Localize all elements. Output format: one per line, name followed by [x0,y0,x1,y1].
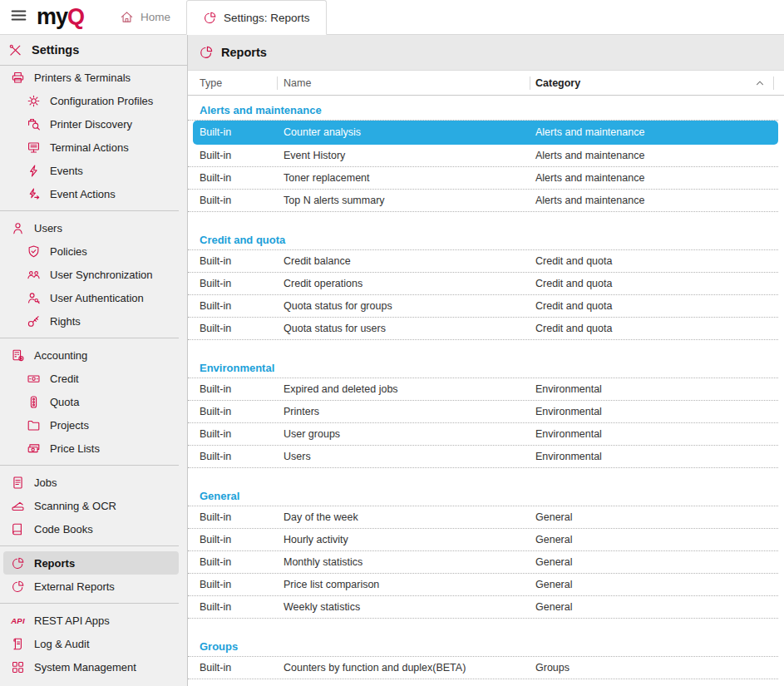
table-row-users[interactable]: Built-inUsersEnvironmental [188,446,778,468]
cell-name: Quota status for groups [284,300,535,312]
sidebar-item-rest-api-apps[interactable]: APIREST API Apps [3,609,179,632]
sidebar-item-jobs[interactable]: Jobs [3,471,179,494]
table-row-credit-operations[interactable]: Built-inCredit operationsCredit and quot… [188,273,778,295]
sidebar-item-quota[interactable]: Quota [3,390,179,413]
hamburger-menu-button[interactable] [0,0,37,34]
sidebar-item-terminal-actions[interactable]: Terminal Actions [3,136,179,159]
table-row-hourly-activity[interactable]: Built-inHourly activityGeneral [188,529,778,551]
tab-home[interactable]: Home [104,0,186,34]
users-group-icon [26,268,42,282]
sidebar-item-configuration-profiles[interactable]: Configuration Profiles [3,89,179,112]
table-row-quota-status-for-users[interactable]: Built-inQuota status for usersCredit and… [188,318,778,340]
sidebar-item-user-synchronization[interactable]: User Synchronization [3,263,179,286]
column-label: Type [200,77,222,89]
sidebar-item-system-management[interactable]: System Management [3,655,179,679]
cell-type: Built-in [200,662,284,674]
cell-name: Weekly statistics [284,601,535,613]
cell-category: Credit and quota [535,278,778,289]
hamburger-icon [10,7,27,27]
sidebar-item-printers-terminals[interactable]: Printers & Terminals [3,66,179,89]
logo-text-my: my [37,6,67,28]
sidebar-item-user-authentication[interactable]: User Authentication [3,286,179,309]
report-group: Credit and quotaBuilt-inCredit balanceCr… [188,230,784,340]
sidebar-item-label: User Synchronization [50,269,153,281]
sidebar-item-label: Printers & Terminals [34,72,131,84]
user-key-icon [26,291,42,305]
sidebar-item-label: Code Books [34,523,93,535]
sidebar-group: ReportsExternal Reports [0,551,187,598]
table-row-printers[interactable]: Built-inPrintersEnvironmental [188,401,778,423]
sidebar-item-label: System Management [34,661,136,674]
report-group-title: Environmental [188,358,778,378]
traffic-light-icon [26,395,42,409]
table-row-price-list-comparison[interactable]: Built-inPrice list comparisonGeneral [188,574,778,596]
report-group: EnvironmentalBuilt-inExpired and deleted… [188,358,784,468]
sidebar-item-label: Reports [34,557,75,570]
myq-logo[interactable]: myQ [37,0,84,34]
sidebar-group: UsersPoliciesUser SynchronizationUser Au… [0,216,187,333]
table-row-expired-and-deleted-jobs[interactable]: Built-inExpired and deleted jobsEnvironm… [188,378,778,401]
sidebar-item-price-lists[interactable]: Price Lists [3,437,179,460]
cell-category: Environmental [535,383,778,395]
page-header: Reports [188,35,784,71]
table-header-end [773,71,784,95]
table-row-top-n-alerts-summary[interactable]: Built-inTop N alerts summaryAlerts and m… [188,190,778,212]
cell-category: Environmental [535,406,778,417]
sidebar-item-external-reports[interactable]: External Reports [3,575,179,598]
table-row-event-history[interactable]: Built-inEvent HistoryAlerts and maintena… [188,145,778,167]
sidebar-item-label: Credit [50,373,79,385]
sidebar-item-reports[interactable]: Reports [3,551,179,575]
sidebar-divider [0,465,179,466]
terminal-icon [26,141,42,155]
tab-settings-reports[interactable]: Settings: Reports [186,0,327,35]
sidebar-item-rights[interactable]: Rights [3,309,179,333]
cell-type: Built-in [200,511,284,523]
cell-name: Users [284,451,535,462]
cell-name: Monthly statistics [284,556,535,568]
sidebar-item-label: Printer Discovery [50,118,132,131]
document-icon [10,476,26,490]
sidebar-item-events[interactable]: Events [3,159,179,182]
cell-type: Built-in [200,428,284,440]
sidebar-group: APIREST API AppsLog & AuditSystem Manage… [0,609,187,679]
table-row-counters-by-function-and-duplex-beta[interactable]: Built-inCounters by function and duplex(… [188,657,778,679]
cell-type: Built-in [200,195,284,206]
cell-category: Environmental [535,451,778,462]
cell-category: Alerts and maintenance [535,150,778,161]
sidebar-item-accounting[interactable]: Accounting [3,343,179,367]
table-row-counter-analysis[interactable]: Built-inCounter analysisAlerts and maint… [193,121,778,145]
sidebar-item-scanning-ocr[interactable]: Scanning & OCR [3,494,179,517]
cell-category: Alerts and maintenance [535,126,778,138]
cell-category: General [535,534,778,545]
sidebar-item-label: Scanning & OCR [34,500,116,512]
cell-name: Expired and deleted jobs [284,383,535,395]
sidebar-item-label: External Reports [34,580,115,593]
column-header-name[interactable]: Name [277,71,530,95]
table-row-credit-balance[interactable]: Built-inCredit balanceCredit and quota [188,250,778,273]
table-row-weekly-statistics[interactable]: Built-inWeekly statisticsGeneral [188,596,778,619]
table-row-user-groups[interactable]: Built-inUser groupsEnvironmental [188,423,778,446]
user-icon [10,221,26,235]
column-header-type[interactable]: Type [200,71,277,95]
top-bar: myQ Home Settings: Reports [0,0,784,35]
report-group-title: General [188,486,778,506]
table-row-monthly-statistics[interactable]: Built-inMonthly statisticsGeneral [188,551,778,574]
tools-icon [7,43,23,57]
sidebar-item-label: Terminal Actions [50,141,129,154]
sidebar-item-policies[interactable]: Policies [3,239,179,263]
cell-category: Alerts and maintenance [535,172,778,184]
sidebar-item-label: Rights [50,315,81,328]
sidebar-item-printer-discovery[interactable]: Printer Discovery [3,112,179,136]
table-row-day-of-the-week[interactable]: Built-inDay of the weekGeneral [188,506,778,529]
sidebar-item-projects[interactable]: Projects [3,413,179,437]
sidebar-item-event-actions[interactable]: Event Actions [3,182,179,205]
sidebar-item-log-audit[interactable]: Log & Audit [3,632,179,655]
table-row-quota-status-for-groups[interactable]: Built-inQuota status for groupsCredit an… [188,295,778,318]
sidebar-item-users[interactable]: Users [3,216,179,239]
sort-asc-icon [755,78,765,88]
sidebar-item-code-books[interactable]: Code Books [3,517,179,540]
report-group: GeneralBuilt-inDay of the weekGeneralBui… [188,486,784,619]
sidebar-item-credit[interactable]: Credit [3,367,179,390]
column-header-category[interactable]: Category [530,71,773,95]
table-row-toner-replacement[interactable]: Built-inToner replacementAlerts and main… [188,167,778,190]
